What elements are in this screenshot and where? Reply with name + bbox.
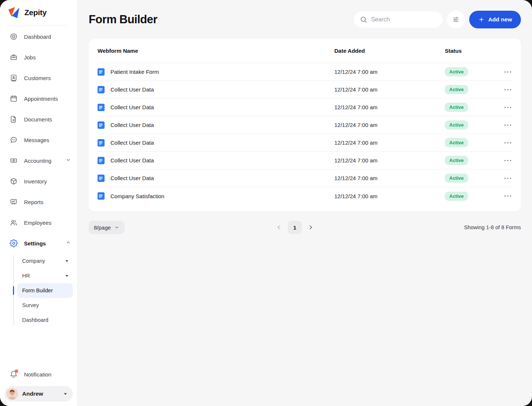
table-row: Collect User Data 12/12/24 7:00 am Activ…	[98, 116, 512, 134]
sidebar-bottom: Notification Andrew	[0, 364, 77, 406]
submenu-item-form-builder[interactable]: Form Builder	[17, 283, 73, 298]
sidebar-item-inventory[interactable]: Inventory	[0, 171, 77, 192]
ellipsis-icon	[504, 160, 511, 161]
column-webform-name: Webform Name	[98, 48, 334, 54]
sidebar-item-messages[interactable]: Messages	[0, 130, 77, 150]
chevron-down-icon	[114, 225, 119, 230]
zepity-logo-icon	[8, 7, 20, 18]
row-actions-button[interactable]	[497, 191, 512, 201]
previous-page-button[interactable]	[274, 221, 284, 234]
ellipsis-icon	[504, 178, 511, 179]
row-actions-button[interactable]	[497, 138, 512, 148]
ellipsis-icon	[504, 71, 511, 73]
form-name: Collect User Data	[110, 140, 154, 146]
form-file-icon	[98, 157, 105, 164]
sidebar-item-appointments[interactable]: Appointments	[0, 88, 77, 109]
row-actions-button[interactable]	[497, 173, 512, 183]
submenu-item-label: HR	[22, 273, 30, 279]
triangle-down-icon	[64, 393, 67, 395]
people-icon	[10, 219, 18, 227]
document-icon	[10, 115, 18, 123]
status-badge: Active	[445, 138, 468, 147]
sidebar-item-employees[interactable]: Employees	[0, 212, 77, 233]
presentation-chart-icon	[10, 198, 18, 206]
search-input[interactable]	[371, 16, 437, 23]
banknote-icon	[10, 156, 18, 165]
form-file-icon	[98, 86, 105, 93]
submenu-item-company[interactable]: Company	[17, 254, 73, 268]
sidebar-item-settings[interactable]: Settings	[0, 233, 77, 254]
briefcase-icon	[10, 53, 18, 61]
app-window: Zepity Dashboard Jobs Customers	[0, 0, 532, 406]
ellipsis-icon	[504, 107, 511, 108]
plus-icon	[478, 16, 485, 23]
status-badge: Active	[445, 103, 468, 112]
sidebar-item-dashboard[interactable]: Dashboard	[0, 26, 77, 47]
form-name: Collect User Data	[110, 122, 154, 128]
ellipsis-icon	[504, 195, 511, 197]
sidebar-item-label: Inventory	[24, 178, 47, 185]
column-status: Status	[445, 48, 497, 54]
notification-label: Notification	[24, 371, 51, 378]
row-actions-button[interactable]	[497, 67, 512, 77]
submenu-item-label: Form Builder	[22, 288, 53, 293]
form-date: 12/12/24 7:00 am	[334, 122, 445, 128]
active-indicator-bar	[13, 286, 14, 295]
form-name: Collect User Data	[110, 86, 154, 93]
form-name: Company Satisfaction	[110, 193, 164, 199]
submenu-item-label: Survey	[22, 302, 39, 308]
row-actions-button[interactable]	[497, 102, 512, 113]
sidebar-item-label: Jobs	[24, 54, 36, 61]
form-date: 12/12/24 7:00 am	[334, 69, 445, 75]
add-new-label: Add new	[488, 16, 512, 23]
form-file-icon	[98, 175, 105, 182]
cube-icon	[10, 177, 18, 185]
chat-bubble-icon	[10, 136, 18, 144]
row-actions-button[interactable]	[497, 155, 512, 166]
ellipsis-icon	[504, 89, 511, 90]
page-title: Form Builder	[89, 13, 157, 26]
table-row: Company Satisfaction 12/12/24 7:00 am Ac…	[98, 187, 512, 205]
sidebar-item-customers[interactable]: Customers	[0, 68, 77, 88]
user-menu[interactable]: Andrew	[4, 386, 73, 402]
search-box[interactable]	[354, 11, 443, 28]
settings-submenu: Company HR Form Builder Survey Dashboard	[0, 254, 77, 327]
brand-name: Zepity	[24, 8, 47, 17]
page-number-button[interactable]: 1	[288, 221, 302, 234]
submenu-item-dashboard[interactable]: Dashboard	[17, 313, 73, 327]
submenu-item-survey[interactable]: Survey	[17, 298, 73, 313]
table-row: Collect User Data 12/12/24 7:00 am Activ…	[98, 99, 512, 116]
status-badge: Active	[445, 156, 468, 165]
status-badge: Active	[445, 173, 468, 183]
row-actions-button[interactable]	[497, 85, 512, 95]
next-page-button[interactable]	[306, 221, 316, 234]
form-file-icon	[98, 104, 105, 111]
form-file-icon	[98, 68, 105, 76]
add-new-button[interactable]: Add new	[469, 11, 521, 28]
gear-icon	[10, 239, 18, 247]
sidebar-item-label: Employees	[24, 220, 51, 226]
page-size-select[interactable]: 8/page	[89, 221, 125, 234]
filter-button[interactable]	[447, 11, 465, 28]
sidebar-item-jobs[interactable]: Jobs	[0, 47, 77, 68]
column-date-added: Date Added	[334, 48, 445, 54]
search-icon	[360, 16, 367, 23]
avatar	[6, 388, 18, 400]
triangle-down-icon	[65, 260, 68, 262]
sidebar-item-documents[interactable]: Documents	[0, 109, 77, 130]
calendar-icon	[10, 94, 18, 103]
table-row: Collect User Data 12/12/24 7:00 am Activ…	[98, 134, 512, 152]
notification-button[interactable]: Notification	[0, 364, 77, 385]
status-badge: Active	[445, 192, 468, 201]
sidebar-item-label: Settings	[24, 240, 46, 247]
sidebar-item-reports[interactable]: Reports	[0, 192, 77, 212]
form-file-icon	[98, 192, 105, 200]
ellipsis-icon	[504, 124, 511, 126]
sidebar-item-accounting[interactable]: Accounting	[0, 150, 77, 171]
sidebar: Zepity Dashboard Jobs Customers	[0, 0, 78, 406]
form-name: Collect User Data	[110, 175, 154, 181]
table-row: Collect User Data 12/12/24 7:00 am Activ…	[98, 81, 512, 99]
row-actions-button[interactable]	[497, 120, 512, 130]
bell-icon	[10, 370, 18, 378]
submenu-item-hr[interactable]: HR	[17, 268, 73, 283]
